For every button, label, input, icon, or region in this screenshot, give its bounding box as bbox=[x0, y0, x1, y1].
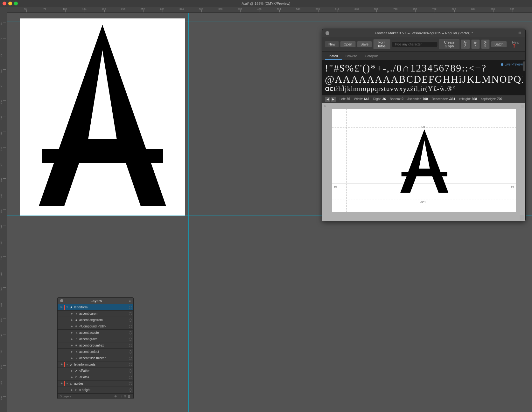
az-lower-button[interactable]: a-z bbox=[471, 39, 480, 49]
expand-path-2[interactable]: ▶ bbox=[71, 376, 74, 379]
live-preview-button[interactable]: Live Preview bbox=[501, 63, 523, 66]
tab-install[interactable]: Install bbox=[325, 53, 342, 60]
expand-accent-circumflex[interactable]: ▶ bbox=[71, 344, 74, 347]
expand-accent-grave[interactable]: ▶ bbox=[71, 338, 74, 340]
expand-x-height[interactable]: ▶ bbox=[71, 388, 74, 391]
layer-row-accent-circumflex[interactable]: ▶ ⊠ accent circumflex bbox=[58, 342, 133, 349]
expand-accent-angstrom[interactable]: ▶ bbox=[71, 319, 74, 321]
metrics-next-button[interactable]: ▶ bbox=[331, 97, 336, 102]
layer-row-accent-tilda-thicker[interactable]: ▶ ⌀ accent tilda thicker bbox=[58, 355, 133, 361]
eye-icon-letterform[interactable]: 👁 bbox=[59, 305, 63, 310]
expand-letterform[interactable]: ▼ bbox=[66, 306, 69, 309]
new-button[interactable]: New bbox=[325, 41, 339, 47]
layer-name-accent-angstrom: accent angstrom bbox=[79, 318, 129, 322]
fontself-close-button[interactable] bbox=[326, 31, 329, 35]
az-button[interactable]: A-Z bbox=[461, 39, 470, 49]
expand-accent-tilda-thicker[interactable]: ▶ bbox=[71, 357, 74, 360]
eye-icon-compound-path bbox=[64, 324, 68, 329]
layer-icon-accent-umlaut: △ bbox=[74, 350, 79, 354]
layer-row-accent-grave[interactable]: ▶ △ accent grave bbox=[58, 336, 133, 342]
layer-target-x-height[interactable] bbox=[129, 388, 132, 392]
layer-target-guides[interactable] bbox=[129, 382, 132, 385]
expand-compound-path[interactable]: ▶ bbox=[71, 325, 74, 328]
eye-icon-guides[interactable]: 👁 bbox=[59, 381, 63, 386]
numbers-button[interactable]: 0-9 bbox=[481, 39, 490, 49]
layer-down-button[interactable]: ↓ bbox=[121, 395, 122, 398]
ascender-value: 700 bbox=[423, 97, 428, 101]
layer-row-path-1[interactable]: ▶ A <Path> bbox=[58, 368, 133, 374]
layer-up-button[interactable]: ↑ bbox=[118, 395, 120, 398]
layer-merge-button[interactable]: ⊗ bbox=[124, 395, 126, 398]
layer-row-accent-umlaut[interactable]: ▶ △ accent umlaut bbox=[58, 349, 133, 355]
eye-icon-accent-umlaut bbox=[64, 350, 68, 354]
layer-target-compound-path[interactable] bbox=[129, 325, 132, 328]
layer-target-accent-grave[interactable] bbox=[129, 338, 132, 341]
layer-target-accent-angstrom[interactable] bbox=[129, 319, 132, 322]
preview-letter-a bbox=[332, 114, 516, 207]
layer-name-accent-umlaut: accent umlaut bbox=[79, 350, 129, 354]
fontself-toolbar: New Open Save Font Infos Create Glyph A-… bbox=[322, 37, 525, 52]
glyph-strip-scrollbar[interactable] bbox=[523, 60, 525, 95]
save-button[interactable]: Save bbox=[357, 41, 372, 47]
tab-catapult[interactable]: Catapult bbox=[361, 53, 382, 60]
expand-accent-umlaut[interactable]: ▶ bbox=[71, 350, 74, 353]
svg-rect-1 bbox=[402, 172, 447, 176]
layer-name-accent-grave: accent grave bbox=[79, 337, 129, 341]
layer-target-accent-umlaut[interactable] bbox=[129, 350, 132, 354]
metrics-navigation: ◀ ▶ bbox=[325, 97, 336, 102]
eye-icon-x-height bbox=[64, 388, 68, 392]
expand-guides[interactable]: ▼ bbox=[66, 382, 69, 385]
help-button[interactable]: Help ❓ bbox=[509, 39, 523, 49]
layer-icon-compound-path: ⊞ bbox=[74, 324, 79, 329]
layer-target-path-2[interactable] bbox=[129, 376, 132, 379]
layers-footer-icons: ⊕ ↑ ↓ ⊗ 🗑 bbox=[114, 395, 131, 398]
layer-row-letterform[interactable]: 👁 ▼ A letterform bbox=[58, 304, 133, 311]
font-infos-button[interactable]: Font Infos bbox=[373, 39, 390, 49]
layer-row-x-height[interactable]: ▶ □ x height bbox=[58, 387, 133, 393]
layer-row-accent-caron[interactable]: ▶ ⌀ accent caron bbox=[58, 311, 133, 317]
layer-color-letterform bbox=[64, 305, 65, 310]
layer-row-compound-path[interactable]: ▶ ⊞ <Compound Path> bbox=[58, 323, 133, 330]
layers-options-button[interactable]: ≡ bbox=[129, 299, 131, 303]
close-button[interactable] bbox=[3, 2, 6, 5]
layers-count: 3 Layers bbox=[60, 395, 71, 398]
expand-letterform-parts[interactable]: ▼ bbox=[66, 363, 69, 366]
layer-target-accent-tilda-thicker[interactable] bbox=[129, 357, 132, 360]
layer-target-letterform-parts[interactable] bbox=[129, 363, 132, 366]
layer-row-letterform-parts[interactable]: 👁 ▼ A letterform parts bbox=[58, 361, 133, 368]
layer-target-path-1[interactable] bbox=[129, 369, 132, 373]
layer-row-guides[interactable]: 👁 ▼ □ guides bbox=[58, 381, 133, 387]
eye-icon-letterform-parts[interactable]: 👁 bbox=[59, 362, 63, 367]
expand-accent-accute[interactable]: ▶ bbox=[71, 331, 74, 334]
layer-target-accent-accute[interactable] bbox=[129, 331, 132, 334]
maximize-button[interactable] bbox=[14, 2, 18, 5]
batch-button[interactable]: Batch bbox=[491, 41, 507, 47]
layer-row-path-2[interactable]: ▶ □ <Path> bbox=[58, 374, 133, 381]
metrics-xheight: xHeight: 368 bbox=[459, 97, 477, 101]
metrics-width: Width: 642 bbox=[354, 97, 369, 101]
preview-area: ⊕ 700 -331 35 36 bbox=[322, 103, 525, 221]
layer-target-letterform[interactable] bbox=[129, 306, 132, 309]
expand-path-1[interactable]: ▶ bbox=[71, 369, 74, 372]
metrics-bar: ◀ ▶ Left: 35 Width: 642 Right: 36 Bottom… bbox=[322, 95, 525, 103]
new-layer-button[interactable]: ⊕ bbox=[114, 395, 117, 398]
left-value: 35 bbox=[346, 97, 350, 101]
layer-target-accent-circumflex[interactable] bbox=[129, 344, 132, 347]
bottom-label: Bottom: bbox=[390, 97, 401, 101]
delete-layer-button[interactable]: 🗑 bbox=[128, 395, 131, 398]
layer-row-accent-angstrom[interactable]: ▶ ◉ accent angstrom bbox=[58, 317, 133, 323]
live-preview-indicator bbox=[501, 63, 503, 66]
character-search-input[interactable] bbox=[392, 42, 438, 47]
create-glyph-button[interactable]: Create Glyph bbox=[439, 39, 459, 49]
tab-browse[interactable]: Browse bbox=[342, 53, 361, 60]
layers-close-button[interactable] bbox=[60, 299, 63, 302]
layer-icon-path-1: A bbox=[74, 369, 79, 373]
layer-row-accent-accute[interactable]: ▶ △ accent accute bbox=[58, 330, 133, 336]
preview-bottom-scroll[interactable] bbox=[520, 215, 524, 220]
fontself-expand-icon[interactable]: ⊞ bbox=[518, 31, 522, 35]
layer-target-accent-caron[interactable] bbox=[129, 312, 132, 315]
minimize-button[interactable] bbox=[8, 2, 12, 5]
open-button[interactable]: Open bbox=[340, 41, 356, 47]
expand-accent-caron[interactable]: ▶ bbox=[71, 312, 74, 315]
metrics-prev-button[interactable]: ◀ bbox=[325, 97, 330, 102]
